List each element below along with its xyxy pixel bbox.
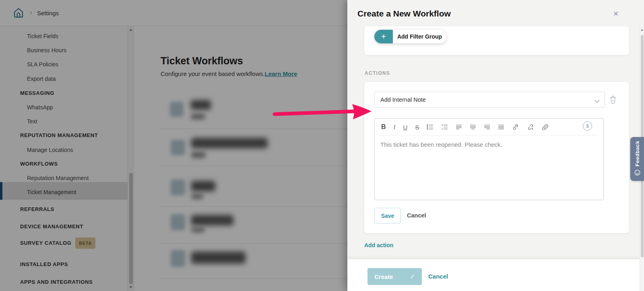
add-filter-group-label: Add Filter Group bbox=[393, 33, 446, 40]
editor-content[interactable]: This ticket has been reopened. Please ch… bbox=[380, 141, 502, 148]
create-label: Create bbox=[374, 273, 393, 280]
attachment-icon[interactable] bbox=[542, 124, 548, 131]
align-right-icon[interactable] bbox=[484, 124, 490, 130]
align-justify-icon[interactable] bbox=[498, 124, 504, 130]
insert-placeholder-icon[interactable]: $ bbox=[583, 121, 592, 131]
add-action-link[interactable]: Add action bbox=[364, 242, 393, 248]
chevron-down-icon bbox=[594, 98, 600, 105]
check-icon: ✓ bbox=[410, 273, 415, 280]
italic-icon[interactable]: I bbox=[394, 124, 396, 131]
unlink-icon[interactable] bbox=[527, 124, 534, 130]
align-center-icon[interactable] bbox=[470, 124, 476, 130]
scroll-up-arrow[interactable] bbox=[641, 29, 643, 31]
filters-card: + Add Filter Group bbox=[364, 26, 629, 55]
panel-footer: Create ✓ Cancel bbox=[347, 259, 644, 291]
feedback-label: Feedback bbox=[634, 141, 640, 166]
create-workflow-panel: Create a New Workflow ✕ + Add Filter Gro… bbox=[347, 0, 644, 291]
add-filter-group-button[interactable]: + Add Filter Group bbox=[374, 30, 446, 43]
note-editor[interactable]: B I U S bbox=[374, 118, 604, 200]
toolbar-divider bbox=[380, 135, 598, 135]
align-left-icon[interactable] bbox=[456, 124, 462, 130]
save-button[interactable]: Save bbox=[374, 208, 401, 223]
editor-toolbar: B I U S bbox=[381, 122, 548, 132]
link-icon[interactable] bbox=[512, 124, 519, 130]
ordered-list-icon[interactable] bbox=[441, 124, 448, 130]
modal-dim-overlay[interactable] bbox=[0, 0, 347, 291]
panel-title: Create a New Workflow bbox=[357, 9, 451, 18]
create-button[interactable]: Create ✓ bbox=[367, 268, 422, 285]
action-type-select[interactable]: Add Internal Note bbox=[374, 92, 605, 108]
plus-icon: + bbox=[374, 30, 393, 43]
strikethrough-icon[interactable]: S bbox=[415, 124, 419, 131]
cancel-action-button[interactable]: Cancel bbox=[407, 212, 426, 219]
bold-icon[interactable]: B bbox=[381, 123, 386, 131]
smiley-icon bbox=[634, 170, 640, 177]
feedback-tab[interactable]: Feedback bbox=[630, 137, 644, 181]
bullet-list-icon[interactable] bbox=[427, 124, 433, 130]
screen: › Settings Ticket Fields Business Hours … bbox=[0, 0, 644, 291]
underline-icon[interactable]: U bbox=[403, 124, 408, 131]
footer-cancel-button[interactable]: Cancel bbox=[428, 273, 448, 280]
close-icon[interactable]: ✕ bbox=[613, 10, 619, 18]
delete-action-icon[interactable] bbox=[609, 95, 617, 106]
action-card: Add Internal Note B I U S bbox=[364, 82, 629, 233]
action-type-value: Add Internal Note bbox=[375, 96, 426, 103]
actions-section-label: ACTIONS bbox=[365, 70, 390, 76]
